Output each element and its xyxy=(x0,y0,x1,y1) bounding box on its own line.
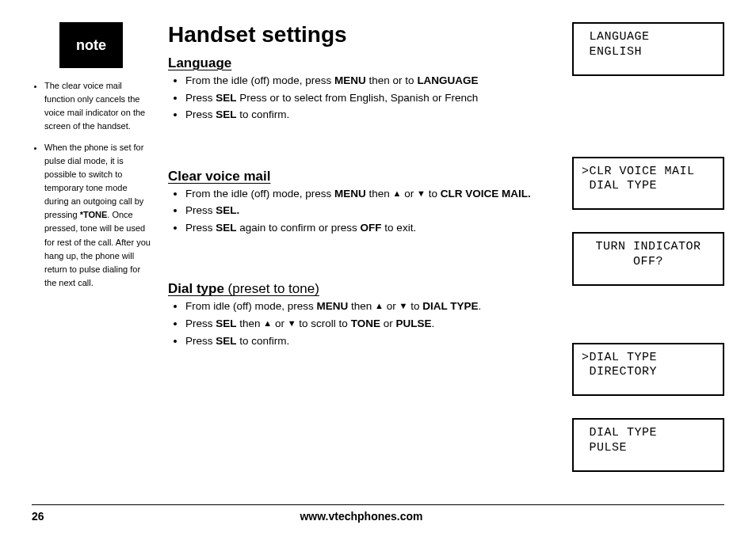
txt: Press or to select from English, Spanish… xyxy=(237,92,479,104)
spacer xyxy=(572,286,724,343)
up-arrow-icon: ▲ xyxy=(393,188,402,200)
heading-language: Language xyxy=(168,55,547,71)
clear-steps: From the idle (off) mode, press MENU the… xyxy=(168,186,547,236)
kw-sel: SEL. xyxy=(216,204,239,216)
kw-off: OFF xyxy=(361,222,382,234)
step: From the idle (off) mode, press MENU the… xyxy=(185,186,547,202)
txt: to confirm. xyxy=(237,108,290,120)
txt: . xyxy=(478,300,481,312)
spacer xyxy=(572,76,724,157)
txt: or xyxy=(384,300,399,312)
txt: or xyxy=(272,318,288,329)
kw-sel: SEL xyxy=(216,318,236,329)
note-text: . Once pressed, tone will be used for re… xyxy=(44,210,151,287)
spacer xyxy=(572,396,724,418)
kw-tone: TONE xyxy=(351,318,380,329)
txt: From the idle (off) mode, press xyxy=(185,74,334,86)
txt: then xyxy=(348,300,375,312)
kw-sel: SEL xyxy=(216,108,236,120)
txt: Press xyxy=(185,92,216,104)
section-language: Language From the idle (off) mode, press… xyxy=(168,55,547,123)
step: Press SEL Press or to select from Englis… xyxy=(185,90,547,106)
heading-note: (preset to tone) xyxy=(224,281,319,296)
kw-menu: MENU xyxy=(334,188,366,200)
step: Press SEL to confirm. xyxy=(185,333,547,349)
txt: Press xyxy=(185,335,216,347)
txt: to xyxy=(407,300,422,312)
step: Press SEL again to confirm or press OFF … xyxy=(185,220,547,236)
page-body: note The clear voice mail function only … xyxy=(32,22,724,497)
heading-strong: Dial type xyxy=(168,281,224,296)
kw-menu: MENU xyxy=(317,300,349,312)
kw-language: LANGUAGE xyxy=(417,74,478,86)
section-dial-type: Dial type (preset to tone) From idle (of… xyxy=(168,281,547,348)
step: From idle (off) mode, press MENU then ▲ … xyxy=(185,299,547,314)
language-steps: From the idle (off) mode, press MENU the… xyxy=(168,73,547,123)
lcd-language: LANGUAGE ENGLISH xyxy=(572,22,724,76)
spacer xyxy=(572,210,724,232)
note-text: When the phone is set for pulse dial mod… xyxy=(44,143,143,219)
down-arrow-icon: ▼ xyxy=(288,318,296,330)
page-title: Handset settings xyxy=(168,22,547,48)
note-badge: note xyxy=(59,22,123,68)
page-number: 26 xyxy=(32,510,151,523)
heading-clear-voice-mail: Clear voice mail xyxy=(168,169,547,184)
up-arrow-icon: ▲ xyxy=(263,318,272,330)
note-bold: *TONE xyxy=(80,210,108,219)
kw-sel: SEL xyxy=(216,92,236,104)
kw-sel: SEL xyxy=(216,222,236,234)
dial-steps: From idle (off) mode, press MENU then ▲ … xyxy=(168,299,547,348)
txt: to xyxy=(426,188,441,200)
lcd-dial-type-menu: >DIAL TYPE DIRECTORY xyxy=(572,343,724,397)
kw-dial-type: DIAL TYPE xyxy=(422,300,478,312)
heading-dial-type: Dial type (preset to tone) xyxy=(168,281,547,297)
txt: to confirm. xyxy=(237,335,290,347)
kw-clr-voice-mail: CLR VOICE MAIL. xyxy=(441,188,531,200)
txt: to scroll to xyxy=(296,318,351,329)
txt: then or to xyxy=(366,74,418,86)
txt: to exit. xyxy=(382,222,417,234)
note-item: The clear voice mail function only cance… xyxy=(44,79,151,133)
txt: again to confirm or press xyxy=(237,222,361,234)
lcd-clr-voice-mail: >CLR VOICE MAIL DIAL TYPE xyxy=(572,157,724,211)
page-footer: 26 www.vtechphones.com xyxy=(32,504,724,523)
down-arrow-icon: ▼ xyxy=(417,188,426,200)
up-arrow-icon: ▲ xyxy=(375,300,384,313)
txt: Press xyxy=(185,204,216,216)
txt: then xyxy=(366,188,393,200)
lcd-turn-indicator-off: TURN INDICATOR OFF? xyxy=(572,232,724,286)
kw-menu: MENU xyxy=(334,74,366,86)
txt: or xyxy=(380,318,396,329)
lcd-dial-type-pulse: DIAL TYPE PULSE xyxy=(572,418,724,472)
footer-url: www.vtechphones.com xyxy=(151,510,572,523)
kw-pulse: PULSE xyxy=(395,318,431,329)
section-clear-voice-mail: Clear voice mail From the idle (off) mod… xyxy=(168,169,547,236)
txt: Press xyxy=(185,108,216,120)
txt: Press xyxy=(185,318,216,329)
txt: From idle (off) mode, press xyxy=(185,300,317,312)
step: From the idle (off) mode, press MENU the… xyxy=(185,73,547,89)
txt: . xyxy=(431,318,434,329)
step: Press SEL. xyxy=(185,203,547,219)
kw-sel: SEL xyxy=(216,335,236,347)
lcd-column: LANGUAGE ENGLISH >CLR VOICE MAIL DIAL TY… xyxy=(572,22,724,497)
txt: or xyxy=(402,188,418,200)
down-arrow-icon: ▼ xyxy=(399,300,408,313)
txt: then xyxy=(237,318,264,329)
main-content: Handset settings Language From the idle … xyxy=(168,22,555,497)
note-item: When the phone is set for pulse dial mod… xyxy=(44,141,151,290)
txt: From the idle (off) mode, press xyxy=(185,188,334,200)
footer-pad xyxy=(572,510,724,523)
step: Press SEL then ▲ or ▼ to scroll to TONE … xyxy=(185,316,547,332)
step: Press SEL to confirm. xyxy=(185,107,547,123)
note-list: The clear voice mail function only cance… xyxy=(32,79,151,290)
txt: Press xyxy=(185,222,216,234)
note-sidebar: note The clear voice mail function only … xyxy=(32,22,151,497)
